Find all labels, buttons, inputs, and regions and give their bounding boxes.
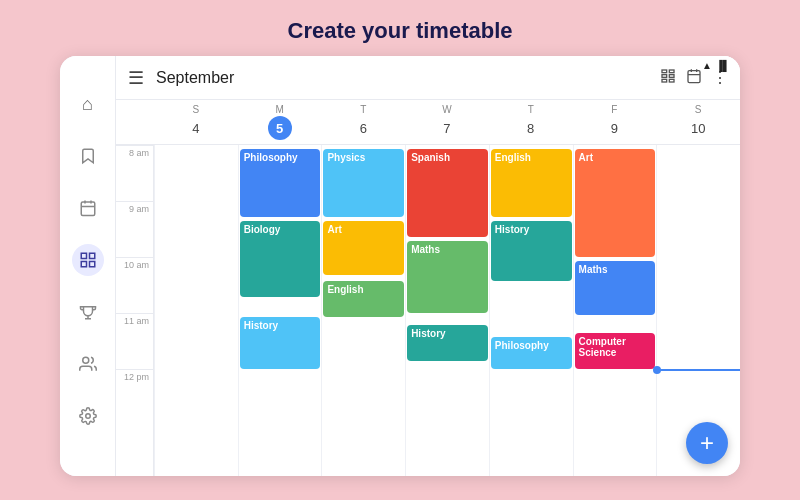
- time-12pm: 12 pm: [116, 369, 153, 425]
- status-bar: ▲ ▐▌: [702, 56, 740, 74]
- svg-rect-6: [81, 262, 86, 267]
- svg-rect-0: [81, 202, 95, 216]
- trophy-icon[interactable]: [72, 296, 104, 328]
- day-header-6: S 10: [656, 100, 740, 144]
- day-header-3: W 7: [405, 100, 489, 144]
- svg-rect-14: [662, 79, 667, 82]
- tablet-frame: ▲ ▐▌ ⌂ ☰ September: [60, 56, 740, 476]
- fab-button[interactable]: +: [686, 422, 728, 464]
- sidebar: ⌂: [60, 56, 116, 476]
- day-num-4[interactable]: 8: [519, 116, 543, 140]
- svg-rect-15: [669, 79, 674, 82]
- top-bar: ☰ September ⋮: [116, 56, 740, 100]
- event-history-wed[interactable]: History: [407, 325, 488, 361]
- svg-rect-5: [89, 253, 94, 258]
- calendar-view-icon[interactable]: [686, 68, 702, 88]
- svg-rect-11: [669, 70, 674, 73]
- wifi-icon: ▲: [702, 60, 712, 71]
- day-header-0: S 4: [154, 100, 238, 144]
- day-headers: S 4 M 5 T 6 W 7 T 8: [154, 100, 740, 144]
- event-history-mon[interactable]: History: [240, 317, 321, 369]
- day-num-0[interactable]: 4: [184, 116, 208, 140]
- day-num-6[interactable]: 10: [686, 116, 710, 140]
- svg-rect-4: [81, 253, 86, 258]
- day-letter-3: W: [442, 104, 451, 115]
- timetable-icon[interactable]: [72, 244, 104, 276]
- event-maths-fri[interactable]: Maths: [575, 261, 656, 315]
- day-letter-2: T: [360, 104, 366, 115]
- event-philosophy-thu[interactable]: Philosophy: [491, 337, 572, 369]
- event-english-tue[interactable]: English: [323, 281, 404, 317]
- svg-rect-13: [669, 74, 674, 77]
- svg-rect-10: [662, 70, 667, 73]
- day-col-3: Spanish Maths History: [405, 145, 489, 476]
- day-col-1: Philosophy Biology History: [238, 145, 322, 476]
- day-header-1: M 5: [238, 100, 322, 144]
- time-col-header: [116, 100, 154, 144]
- event-maths-wed[interactable]: Maths: [407, 241, 488, 313]
- event-computer-science[interactable]: Computer Science: [575, 333, 656, 369]
- svg-point-8: [82, 357, 88, 363]
- day-num-3[interactable]: 7: [435, 116, 459, 140]
- event-biology[interactable]: Biology: [240, 221, 321, 297]
- day-col-0: [154, 145, 238, 476]
- svg-point-9: [85, 414, 90, 419]
- events-grid: Philosophy Biology History Physics Art E…: [154, 145, 740, 476]
- time-column: 8 am 9 am 10 am 11 am 12 pm: [116, 145, 154, 476]
- event-english-thu[interactable]: English: [491, 149, 572, 217]
- day-letter-6: S: [695, 104, 702, 115]
- day-num-2[interactable]: 6: [351, 116, 375, 140]
- bookmark-icon[interactable]: [72, 140, 104, 172]
- day-letter-0: S: [193, 104, 200, 115]
- battery-icon: ▐▌: [716, 60, 730, 71]
- event-history-thu[interactable]: History: [491, 221, 572, 281]
- home-icon[interactable]: ⌂: [72, 88, 104, 120]
- svg-rect-12: [662, 74, 667, 77]
- time-8am: 8 am: [116, 145, 153, 201]
- day-num-5[interactable]: 9: [602, 116, 626, 140]
- month-title: September: [156, 69, 648, 87]
- view-toggle-icon[interactable]: [660, 68, 676, 88]
- time-9am: 9 am: [116, 201, 153, 257]
- event-physics[interactable]: Physics: [323, 149, 404, 217]
- day-header-2: T 6: [321, 100, 405, 144]
- svg-rect-7: [89, 262, 94, 267]
- page-title: Create your timetable: [288, 18, 513, 44]
- time-11am: 11 am: [116, 313, 153, 369]
- day-col-4: English History Philosophy: [489, 145, 573, 476]
- day-letter-1: M: [275, 104, 283, 115]
- people-icon[interactable]: [72, 348, 104, 380]
- calendar-body: 8 am 9 am 10 am 11 am 12 pm Philosophy B…: [116, 145, 740, 476]
- calendar-header: S 4 M 5 T 6 W 7 T 8: [116, 100, 740, 145]
- event-philosophy[interactable]: Philosophy: [240, 149, 321, 217]
- main-area: ☰ September ⋮ S 4 M: [116, 56, 740, 476]
- svg-rect-16: [688, 70, 700, 82]
- event-spanish[interactable]: Spanish: [407, 149, 488, 237]
- day-letter-4: T: [528, 104, 534, 115]
- day-header-4: T 8: [489, 100, 573, 144]
- day-letter-5: F: [611, 104, 617, 115]
- event-art-fri[interactable]: Art: [575, 149, 656, 257]
- day-col-2: Physics Art English: [321, 145, 405, 476]
- day-col-5: Art Maths Computer Science: [573, 145, 657, 476]
- calendar-icon[interactable]: [72, 192, 104, 224]
- settings-icon[interactable]: [72, 400, 104, 432]
- event-art-tue[interactable]: Art: [323, 221, 404, 275]
- time-10am: 10 am: [116, 257, 153, 313]
- day-header-5: F 9: [573, 100, 657, 144]
- menu-button[interactable]: ☰: [128, 67, 144, 89]
- day-num-1[interactable]: 5: [268, 116, 292, 140]
- current-time-line: [657, 369, 740, 371]
